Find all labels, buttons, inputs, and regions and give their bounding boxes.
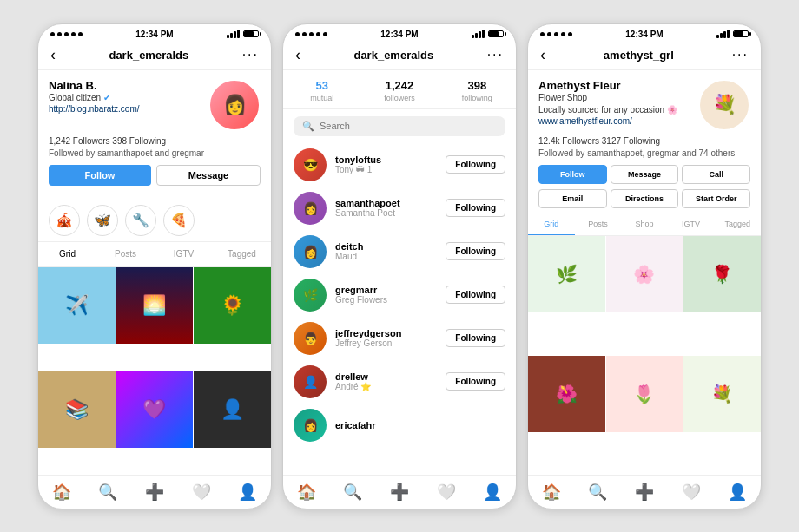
back-button-2[interactable]: ‹: [295, 46, 300, 64]
status-right-3: [716, 30, 749, 38]
photo-cell-6[interactable]: 👤: [194, 371, 271, 449]
email-button-3[interactable]: Email: [538, 189, 607, 208]
menu-button-1[interactable]: ···: [242, 47, 259, 62]
tab-grid-1[interactable]: Grid: [38, 242, 96, 266]
signal-dots-1: [50, 32, 83, 36]
back-button-1[interactable]: ‹: [50, 46, 56, 64]
bottom-profile-3[interactable]: 👤: [728, 483, 747, 502]
following-button-2[interactable]: Following: [446, 199, 505, 217]
bottom-home-3[interactable]: 🏠: [542, 483, 561, 502]
profile-stats-1: 1,242 Followers 398 Following: [49, 136, 261, 146]
business-cell-5[interactable]: 🌷: [606, 356, 683, 433]
tab-grid-3[interactable]: Grid: [528, 213, 575, 235]
profile-link-1[interactable]: http://blog.nbaratz.com/: [49, 104, 208, 114]
photo-grid-1: ✈️ 🌅 🌻 📚 💜 👤: [38, 267, 271, 475]
profile-stats-3: 12.4k Followers 3127 Following: [538, 136, 750, 146]
back-button-3[interactable]: ‹: [540, 46, 545, 64]
follow-button-1[interactable]: Follow: [49, 165, 151, 186]
bottom-add-2[interactable]: ➕: [390, 483, 409, 502]
tab-tagged-3[interactable]: Tagged: [714, 213, 761, 235]
tab-igtv-3[interactable]: IGTV: [668, 213, 715, 235]
bottom-profile-2[interactable]: 👤: [483, 483, 502, 502]
bottom-heart-2[interactable]: 🤍: [437, 483, 456, 502]
follower-item-1: 😎 tonyloftus Tony 🕶 1 Following: [283, 143, 516, 187]
profile-link-3[interactable]: www.amethystfleur.com/: [538, 116, 698, 126]
menu-button-3[interactable]: ···: [732, 47, 749, 62]
bottom-search-2[interactable]: 🔍: [343, 483, 362, 502]
highlight-circle-2: 🦋: [87, 205, 118, 236]
mutual-tab-mutual[interactable]: 53 mutual: [283, 70, 360, 108]
bottom-home-2[interactable]: 🏠: [297, 483, 316, 502]
profile-followed-3: Followed by samanthapoet, gregmar and 74…: [538, 148, 750, 158]
highlight-item-3[interactable]: 🔧: [125, 205, 156, 236]
business-cell-2[interactable]: 🌸: [606, 236, 683, 313]
follower-info-6: drellew André ⭐: [335, 371, 437, 391]
message-button-3[interactable]: Message: [611, 165, 679, 184]
nav-title-3: amethyst_grl: [604, 49, 674, 62]
search-input-2[interactable]: [320, 121, 497, 131]
photo-cell-1[interactable]: ✈️: [38, 267, 116, 345]
bottom-heart-3[interactable]: 🤍: [682, 483, 701, 502]
business-cell-1[interactable]: 🌿: [528, 236, 605, 313]
bottom-add-3[interactable]: ➕: [635, 483, 654, 502]
highlight-item-2[interactable]: 🦋: [87, 205, 118, 236]
status-time-3: 12:34 PM: [625, 30, 663, 39]
battery-icon-2: [488, 30, 504, 37]
tab-posts-1[interactable]: Posts: [96, 242, 155, 266]
photo-cell-3[interactable]: 🌻: [194, 267, 271, 345]
follow-button-3[interactable]: Follow: [538, 165, 607, 184]
follower-username-3: deitch: [335, 241, 437, 252]
profile-section-1: Nalina B. Global citizen ✔ http://blog.n…: [38, 70, 271, 200]
business-cell-4[interactable]: 🌺: [528, 356, 605, 433]
battery-icon-3: [733, 30, 749, 37]
message-button-1[interactable]: Message: [156, 165, 261, 186]
following-button-6[interactable]: Following: [446, 372, 505, 391]
directions-button-3[interactable]: Directions: [611, 189, 679, 208]
call-button-3[interactable]: Call: [682, 165, 750, 184]
follower-avatar-4: 🌿: [294, 279, 327, 312]
bottom-search-1[interactable]: 🔍: [98, 483, 117, 502]
tab-posts-3[interactable]: Posts: [575, 213, 622, 235]
follower-item-3: 👩 deitch Maud Following: [283, 230, 516, 273]
nav-title-2: dark_emeralds: [353, 49, 433, 62]
following-count: 398: [439, 79, 516, 92]
status-time-1: 12:34 PM: [135, 30, 173, 39]
tab-shop-3[interactable]: Shop: [621, 213, 668, 235]
mutual-tab-following[interactable]: 398 following: [439, 70, 516, 108]
following-button-1[interactable]: Following: [446, 155, 505, 174]
wifi-icon-1: [227, 30, 240, 38]
follower-username-5: jeffreydgerson: [335, 328, 437, 338]
follower-avatar-6: 👤: [294, 365, 327, 398]
bottom-heart-1[interactable]: 🤍: [192, 483, 211, 502]
follower-username-4: gregmarr: [335, 285, 437, 295]
follower-username-6: drellew: [335, 371, 437, 382]
bottom-home-1[interactable]: 🏠: [52, 483, 71, 502]
following-button-5[interactable]: Following: [446, 329, 505, 347]
phone-panel-1: 12:34 PM ‹ dark_emeralds ··· Nalina B.: [37, 23, 272, 509]
photo-cell-2[interactable]: 🌅: [116, 267, 194, 345]
photo-cell-4[interactable]: 📚: [38, 371, 116, 449]
tab-tagged-1[interactable]: Tagged: [213, 242, 271, 266]
highlight-item-4[interactable]: 🍕: [163, 205, 195, 236]
bottom-search-3[interactable]: 🔍: [588, 483, 607, 502]
highlight-item-1[interactable]: 🎪: [49, 205, 80, 236]
following-label: following: [462, 94, 492, 102]
search-bar-2: 🔍: [294, 116, 505, 136]
start-order-button-3[interactable]: Start Order: [682, 189, 750, 208]
bottom-nav-2: 🏠 🔍 ➕ 🤍 👤: [283, 475, 516, 509]
bottom-profile-1[interactable]: 👤: [238, 483, 257, 502]
following-button-3[interactable]: Following: [446, 242, 505, 260]
mutual-tab-followers[interactable]: 1,242 followers: [360, 70, 438, 108]
follower-username-7: ericafahr: [335, 420, 505, 430]
follower-item-6: 👤 drellew André ⭐ Following: [283, 360, 516, 404]
photo-cell-5[interactable]: 💜: [116, 371, 194, 449]
tab-igtv-1[interactable]: IGTV: [155, 242, 213, 266]
bottom-add-1[interactable]: ➕: [145, 483, 164, 502]
business-cell-6[interactable]: 💐: [683, 356, 761, 433]
following-button-4[interactable]: Following: [446, 286, 505, 304]
menu-button-2[interactable]: ···: [487, 47, 504, 62]
follower-item-7: 👩 ericafahr: [283, 404, 516, 447]
status-bar-1: 12:34 PM: [38, 24, 271, 43]
business-cell-3[interactable]: 🌹: [683, 236, 761, 313]
signal-dots-2: [295, 32, 327, 36]
